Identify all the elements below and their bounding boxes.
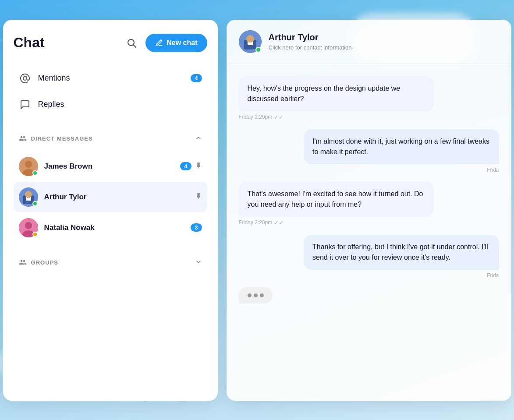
people-icon xyxy=(19,134,27,142)
message-time-4: Frida xyxy=(487,272,499,279)
dm-name-arthur: Arthur Tylor xyxy=(44,193,189,201)
svg-point-12 xyxy=(25,222,32,229)
messages-area: Hey, how's the progress on the design up… xyxy=(227,64,511,401)
svg-line-1 xyxy=(134,45,136,47)
message-row-4: Thanks for offering, but I think I've go… xyxy=(239,235,499,279)
svg-point-2 xyxy=(23,77,27,80)
at-icon xyxy=(19,72,31,85)
chat-contact-name: Arthur Tylor xyxy=(269,32,352,42)
message-time-2: Frida xyxy=(487,167,499,173)
dm-chevron-icon xyxy=(195,134,202,143)
typing-indicator xyxy=(239,287,273,304)
chat-header-avatar xyxy=(239,30,262,53)
message-time-1: Friday 2:20pm xyxy=(239,114,273,120)
avatar-wrapper-james xyxy=(19,157,38,176)
bubble-3: That's awesome! I'm excited to see how i… xyxy=(239,182,434,217)
edit-icon xyxy=(155,39,163,47)
dm-item-arthur[interactable]: Arthur Tylor xyxy=(14,182,207,212)
nav-item-mentions[interactable]: Mentions 4 xyxy=(14,66,207,91)
app-container: Chat New chat xyxy=(3,20,511,401)
search-icon xyxy=(126,38,137,48)
new-chat-button[interactable]: New chat xyxy=(145,34,207,52)
svg-rect-18 xyxy=(248,40,252,42)
double-check-3: ✓✓ xyxy=(274,219,284,226)
groups-icon xyxy=(19,258,27,266)
svg-point-4 xyxy=(25,161,32,168)
dm-name-natalia: Natalia Nowak xyxy=(44,223,185,232)
groups-chevron-icon xyxy=(195,258,202,267)
chat-header-info: Arthur Tylor Click here for contact info… xyxy=(269,32,352,51)
dm-badge-natalia: 3 xyxy=(191,223,202,232)
status-arthur xyxy=(32,201,38,206)
dm-item-james[interactable]: James Brown 4 xyxy=(14,152,207,181)
chat-contact-subtitle: Click here for contact information xyxy=(269,44,352,51)
dm-name-james: James Brown xyxy=(44,162,174,171)
typing-row xyxy=(239,287,499,304)
panel-header: Chat New chat xyxy=(14,34,207,52)
avatar-wrapper-natalia xyxy=(19,218,38,237)
mentions-label: Mentions xyxy=(38,74,184,83)
right-panel: Arthur Tylor Click here for contact info… xyxy=(227,20,511,401)
dm-badge-james: 4 xyxy=(180,162,191,170)
message-row-1: Hey, how's the progress on the design up… xyxy=(239,76,499,120)
dm-section-header-left: DIRECT MESSAGES xyxy=(19,134,93,142)
dm-section-title: DIRECT MESSAGES xyxy=(31,135,93,142)
bubble-4: Thanks for offering, but I think I've go… xyxy=(304,235,499,270)
new-chat-label: New chat xyxy=(167,39,197,47)
replies-label: Replies xyxy=(38,100,202,109)
typing-dot-3 xyxy=(260,293,264,297)
message-time-3: Friday 2:20pm xyxy=(239,219,273,226)
message-meta-4: Frida xyxy=(487,272,499,279)
status-james xyxy=(32,170,38,176)
pin-icon-james xyxy=(195,162,202,171)
dm-list: James Brown 4 xyxy=(14,152,207,243)
dm-item-natalia[interactable]: Natalia Nowak 3 xyxy=(14,213,207,243)
message-meta-2: Frida xyxy=(487,167,499,173)
header-actions: New chat xyxy=(123,34,207,52)
nav-section: Mentions 4 Replies xyxy=(14,66,207,119)
dm-actions-james: 4 xyxy=(180,162,202,171)
dm-actions-natalia: 3 xyxy=(191,223,202,232)
chat-header-status xyxy=(255,47,261,53)
dm-section-header[interactable]: DIRECT MESSAGES xyxy=(14,129,207,148)
bubble-1: Hey, how's the progress on the design up… xyxy=(239,76,434,111)
chat-header[interactable]: Arthur Tylor Click here for contact info… xyxy=(227,20,511,64)
typing-dot-1 xyxy=(248,293,252,297)
panel-title: Chat xyxy=(14,35,45,51)
svg-rect-10 xyxy=(27,195,30,198)
avatar-wrapper-arthur xyxy=(19,187,38,207)
reply-icon xyxy=(19,99,31,111)
mentions-badge: 4 xyxy=(191,74,202,82)
double-check-1: ✓✓ xyxy=(274,114,284,120)
search-button[interactable] xyxy=(123,34,140,52)
bubble-2: I'm almost done with it, just working on… xyxy=(304,129,499,164)
typing-dot-2 xyxy=(254,293,258,297)
groups-section-header-left: GROUPS xyxy=(19,258,59,266)
pin-icon-arthur xyxy=(195,193,202,201)
groups-section-title: GROUPS xyxy=(31,259,59,266)
nav-item-replies[interactable]: Replies xyxy=(14,92,207,117)
groups-section-header[interactable]: GROUPS xyxy=(14,253,207,272)
message-meta-1: Friday 2:20pm ✓✓ xyxy=(239,114,284,120)
status-natalia xyxy=(32,232,38,237)
message-row-2: I'm almost done with it, just working on… xyxy=(239,129,499,173)
dm-actions-arthur xyxy=(195,193,202,201)
left-panel: Chat New chat xyxy=(3,20,218,401)
message-meta-3: Friday 2:20pm ✓✓ xyxy=(239,219,284,226)
message-row-3: That's awesome! I'm excited to see how i… xyxy=(239,182,499,226)
